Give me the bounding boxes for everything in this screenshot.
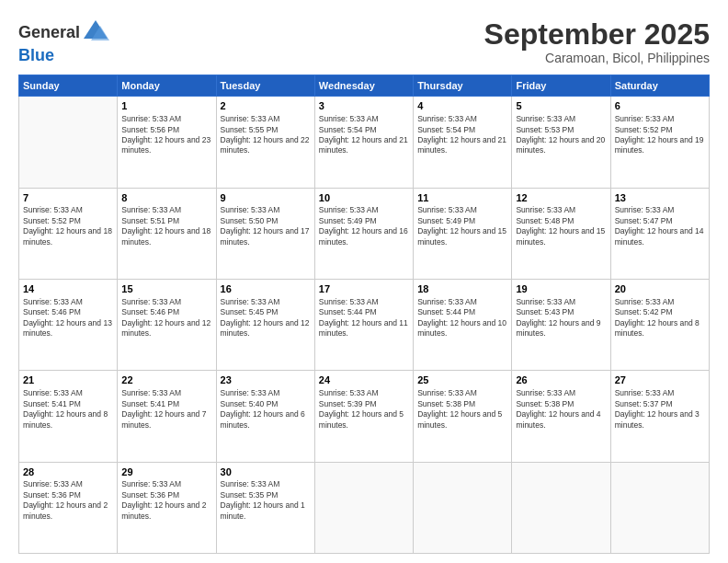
location: Caramoan, Bicol, Philippines (484, 51, 710, 65)
table-row: 28Sunrise: 5:33 AMSunset: 5:36 PMDayligh… (19, 462, 118, 553)
daylight-text: Daylight: 12 hours and 21 minutes. (417, 135, 507, 156)
daylight-text: Daylight: 12 hours and 5 minutes. (417, 409, 507, 431)
table-row: 10Sunrise: 5:33 AMSunset: 5:49 PMDayligh… (314, 188, 413, 279)
table-row: 19Sunrise: 5:33 AMSunset: 5:43 PMDayligh… (512, 279, 610, 370)
sunrise-text: Sunrise: 5:33 AM (319, 205, 409, 215)
sunrise-text: Sunrise: 5:33 AM (615, 114, 705, 124)
daylight-text: Daylight: 12 hours and 7 minutes. (121, 409, 211, 431)
day-number: 3 (319, 99, 409, 113)
table-row: 2Sunrise: 5:33 AMSunset: 5:55 PMDaylight… (216, 97, 314, 188)
sunrise-text: Sunrise: 5:33 AM (221, 114, 311, 124)
daylight-text: Daylight: 12 hours and 8 minutes. (615, 318, 705, 339)
sunset-text: Sunset: 5:54 PM (417, 125, 507, 135)
table-row: 30Sunrise: 5:33 AMSunset: 5:35 PMDayligh… (216, 462, 314, 553)
day-number: 24 (319, 373, 409, 387)
sunset-text: Sunset: 5:36 PM (23, 490, 113, 500)
daylight-text: Daylight: 12 hours and 13 minutes. (23, 318, 113, 339)
sunset-text: Sunset: 5:50 PM (221, 216, 311, 226)
table-row: 6Sunrise: 5:33 AMSunset: 5:52 PMDaylight… (610, 97, 709, 188)
sunset-text: Sunset: 5:36 PM (121, 490, 211, 500)
day-number: 26 (516, 373, 606, 387)
daylight-text: Daylight: 12 hours and 17 minutes. (221, 226, 311, 247)
daylight-text: Daylight: 12 hours and 3 minutes. (615, 409, 705, 431)
table-row: 17Sunrise: 5:33 AMSunset: 5:44 PMDayligh… (314, 279, 413, 370)
daylight-text: Daylight: 12 hours and 2 minutes. (121, 500, 211, 522)
calendar-table: Sunday Monday Tuesday Wednesday Thursday… (18, 75, 710, 554)
day-number: 16 (221, 282, 311, 296)
day-number: 14 (23, 282, 113, 296)
sunrise-text: Sunrise: 5:33 AM (221, 297, 311, 307)
daylight-text: Daylight: 12 hours and 11 minutes. (319, 318, 409, 339)
sunrise-text: Sunrise: 5:33 AM (221, 205, 311, 215)
day-number: 25 (417, 373, 507, 387)
sunrise-text: Sunrise: 5:33 AM (319, 114, 409, 124)
sunset-text: Sunset: 5:38 PM (516, 399, 606, 409)
sunset-text: Sunset: 5:35 PM (221, 490, 311, 500)
sunset-text: Sunset: 5:49 PM (319, 216, 409, 226)
daylight-text: Daylight: 12 hours and 23 minutes. (121, 135, 211, 156)
table-row (414, 462, 512, 553)
sunset-text: Sunset: 5:49 PM (417, 216, 507, 226)
table-row: 29Sunrise: 5:33 AMSunset: 5:36 PMDayligh… (118, 462, 216, 553)
day-number: 4 (417, 99, 507, 113)
table-row: 23Sunrise: 5:33 AMSunset: 5:40 PMDayligh… (216, 371, 314, 462)
calendar-week-row: 14Sunrise: 5:33 AMSunset: 5:46 PMDayligh… (19, 279, 710, 370)
calendar-week-row: 28Sunrise: 5:33 AMSunset: 5:36 PMDayligh… (19, 462, 710, 553)
sunrise-text: Sunrise: 5:33 AM (516, 114, 606, 124)
sunset-text: Sunset: 5:54 PM (319, 125, 409, 135)
header-monday: Monday (118, 75, 216, 97)
day-number: 30 (221, 465, 311, 479)
daylight-text: Daylight: 12 hours and 20 minutes. (516, 135, 606, 156)
daylight-text: Daylight: 12 hours and 2 minutes. (23, 500, 113, 522)
table-row: 21Sunrise: 5:33 AMSunset: 5:41 PMDayligh… (19, 371, 118, 462)
day-number: 2 (221, 99, 311, 113)
day-number: 11 (417, 191, 507, 205)
sunrise-text: Sunrise: 5:33 AM (615, 205, 705, 215)
sunrise-text: Sunrise: 5:33 AM (221, 388, 311, 398)
day-number: 22 (121, 373, 211, 387)
table-row (314, 462, 413, 553)
daylight-text: Daylight: 12 hours and 21 minutes. (319, 135, 409, 156)
sunrise-text: Sunrise: 5:33 AM (121, 297, 211, 307)
sunrise-text: Sunrise: 5:33 AM (121, 479, 211, 489)
calendar-week-row: 1Sunrise: 5:33 AMSunset: 5:56 PMDaylight… (19, 97, 710, 188)
table-row: 8Sunrise: 5:33 AMSunset: 5:51 PMDaylight… (118, 188, 216, 279)
sunrise-text: Sunrise: 5:33 AM (121, 388, 211, 398)
daylight-text: Daylight: 12 hours and 5 minutes. (319, 409, 409, 431)
sunset-text: Sunset: 5:38 PM (417, 399, 507, 409)
sunrise-text: Sunrise: 5:33 AM (23, 297, 113, 307)
day-number: 21 (23, 373, 113, 387)
day-number: 7 (23, 191, 113, 205)
daylight-text: Daylight: 12 hours and 6 minutes. (221, 409, 311, 431)
day-number: 13 (615, 191, 705, 205)
day-number: 15 (121, 282, 211, 296)
sunset-text: Sunset: 5:53 PM (516, 125, 606, 135)
sunset-text: Sunset: 5:40 PM (221, 399, 311, 409)
daylight-text: Daylight: 12 hours and 14 minutes. (615, 226, 705, 247)
sunset-text: Sunset: 5:44 PM (319, 307, 409, 317)
table-row: 15Sunrise: 5:33 AMSunset: 5:46 PMDayligh… (118, 279, 216, 370)
table-row: 16Sunrise: 5:33 AMSunset: 5:45 PMDayligh… (216, 279, 314, 370)
sunrise-text: Sunrise: 5:33 AM (121, 205, 211, 215)
sunset-text: Sunset: 5:37 PM (615, 399, 705, 409)
header-saturday: Saturday (610, 75, 709, 97)
month-title: September 2025 (484, 18, 710, 51)
logo-blue-text: Blue (18, 46, 54, 65)
sunset-text: Sunset: 5:41 PM (121, 399, 211, 409)
table-row (512, 462, 610, 553)
table-row (19, 97, 118, 188)
day-number: 5 (516, 99, 606, 113)
sunrise-text: Sunrise: 5:33 AM (417, 388, 507, 398)
table-row: 12Sunrise: 5:33 AMSunset: 5:48 PMDayligh… (512, 188, 610, 279)
logo-general-text: General (18, 23, 80, 42)
day-number: 29 (121, 465, 211, 479)
table-row: 25Sunrise: 5:33 AMSunset: 5:38 PMDayligh… (414, 371, 512, 462)
daylight-text: Daylight: 12 hours and 19 minutes. (615, 135, 705, 156)
sunset-text: Sunset: 5:46 PM (23, 307, 113, 317)
sunrise-text: Sunrise: 5:33 AM (615, 388, 705, 398)
sunrise-text: Sunrise: 5:33 AM (615, 297, 705, 307)
day-number: 6 (615, 99, 705, 113)
table-row: 3Sunrise: 5:33 AMSunset: 5:54 PMDaylight… (314, 97, 413, 188)
calendar-week-row: 7Sunrise: 5:33 AMSunset: 5:52 PMDaylight… (19, 188, 710, 279)
day-number: 28 (23, 465, 113, 479)
